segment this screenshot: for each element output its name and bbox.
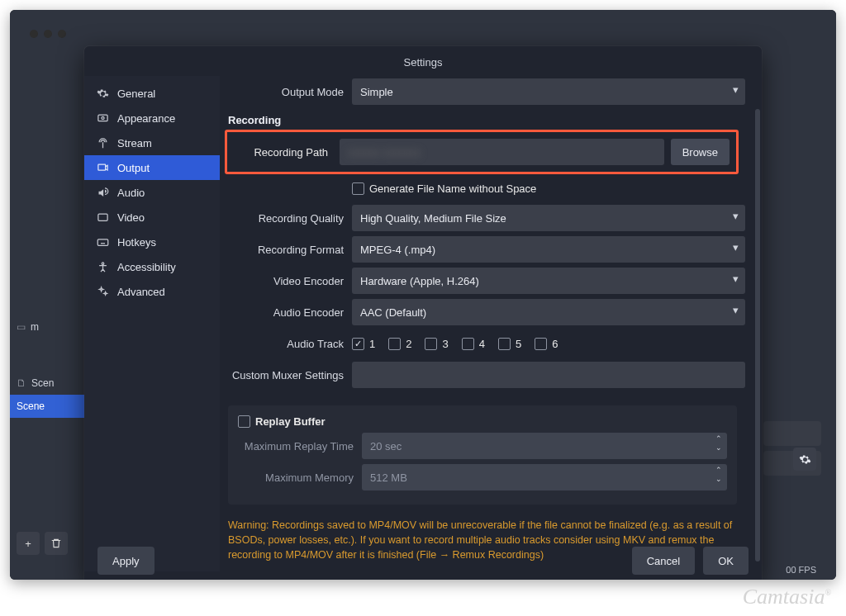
sidebar-item-label: Output — [117, 162, 150, 174]
recording-path-label: Recording Path — [234, 146, 333, 159]
gear-icon — [96, 87, 109, 100]
checkbox-icon — [352, 338, 364, 350]
gear-button[interactable] — [793, 448, 816, 471]
settings-modal: Settings General Appearance Stream — [84, 46, 762, 580]
audio-track-4[interactable]: 4 — [462, 338, 485, 350]
audio-track-label: 1 — [369, 338, 375, 350]
sidebar-item-appearance[interactable]: Appearance — [84, 106, 220, 130]
advanced-icon — [96, 285, 109, 298]
cancel-button[interactable]: Cancel — [632, 547, 695, 575]
audio-track-label: 2 — [406, 338, 411, 350]
bg-row-scenes-header: Scen — [10, 372, 93, 395]
apply-button[interactable]: Apply — [97, 547, 154, 575]
checkbox-icon — [462, 338, 474, 350]
sidebar-item-audio[interactable]: Audio — [84, 180, 220, 205]
svg-rect-4 — [97, 239, 108, 245]
svg-rect-3 — [97, 214, 107, 220]
svg-rect-2 — [97, 164, 105, 170]
output-mode-select[interactable]: Simple — [352, 78, 745, 105]
audio-track-label: 6 — [552, 338, 558, 350]
sidebar-item-accessibility[interactable]: Accessibility — [84, 254, 220, 279]
replay-buffer-label: Replay Buffer — [255, 415, 326, 428]
audio-track-label: 3 — [442, 338, 448, 350]
svg-rect-0 — [97, 115, 107, 121]
sidebar-item-general[interactable]: General — [84, 81, 220, 106]
app-frame: m Scen Scene + 00 FPS Settings General — [10, 10, 836, 580]
watermark: Camtasia® — [743, 585, 831, 609]
sidebar-item-stream[interactable]: Stream — [84, 130, 220, 155]
video-icon — [96, 211, 109, 224]
checkbox-icon — [498, 338, 511, 350]
generate-filename-label: Generate File Name without Space — [369, 182, 536, 195]
accessibility-icon — [96, 260, 109, 273]
sidebar-item-label: Audio — [117, 187, 145, 199]
video-encoder-label: Video Encoder — [228, 275, 352, 287]
scrollbar-thumb[interactable] — [755, 109, 760, 562]
output-mode-label: Output Mode — [228, 86, 352, 98]
trash-button[interactable] — [45, 532, 68, 555]
modal-footer: Apply Cancel OK — [84, 538, 762, 580]
audio-track-label: 5 — [516, 338, 521, 350]
max-replay-time-input[interactable]: 20 sec — [362, 433, 727, 459]
custom-muxer-label: Custom Muxer Settings — [228, 369, 352, 381]
audio-track-label: 4 — [479, 338, 485, 350]
recording-path-highlight: Recording Path xxxxxx xxxxxxx Browse — [225, 130, 739, 174]
checkbox-icon — [388, 338, 401, 350]
bg-row-scene-active[interactable]: Scene — [10, 395, 93, 418]
traffic-lights[interactable] — [30, 30, 66, 38]
video-encoder-select[interactable]: Hardware (Apple, H.264) — [352, 268, 745, 294]
settings-sidebar: General Appearance Stream Output Audio — [84, 76, 220, 571]
recording-format-select[interactable]: MPEG-4 (.mp4) — [352, 236, 745, 263]
sidebar-item-advanced[interactable]: Advanced — [84, 279, 220, 304]
max-memory-label: Maximum Memory — [238, 471, 362, 484]
sidebar-item-label: Video — [117, 211, 145, 224]
audio-track-label: Audio Track — [228, 338, 352, 350]
recording-quality-select[interactable]: High Quality, Medium File Size — [352, 205, 745, 231]
add-button[interactable]: + — [17, 532, 40, 555]
section-recording: Recording — [228, 114, 745, 126]
keyboard-icon — [96, 235, 109, 249]
sidebar-item-label: Advanced — [117, 286, 165, 298]
fps-indicator: 00 FPS — [786, 565, 816, 575]
max-replay-time-label: Maximum Replay Time — [238, 440, 362, 453]
svg-point-5 — [102, 262, 104, 264]
audio-encoder-label: Audio Encoder — [228, 306, 352, 319]
generate-filename-checkbox[interactable]: Generate File Name without Space — [352, 182, 536, 195]
appearance-icon — [96, 111, 109, 125]
antenna-icon — [96, 136, 109, 149]
recording-format-label: Recording Format — [228, 244, 352, 256]
audio-track-group: 123456 — [352, 338, 745, 350]
output-icon — [96, 161, 109, 174]
checkbox-icon — [425, 338, 437, 350]
svg-point-1 — [101, 116, 103, 119]
recording-path-value: xxxxxx xxxxxxx — [348, 146, 421, 159]
replay-buffer-box: Replay Buffer Maximum Replay Time 20 sec… — [228, 405, 737, 505]
audio-track-3[interactable]: 3 — [425, 338, 448, 350]
audio-track-2[interactable]: 2 — [388, 338, 411, 350]
recording-quality-label: Recording Quality — [228, 212, 352, 225]
sidebar-item-video[interactable]: Video — [84, 205, 220, 230]
audio-track-5[interactable]: 5 — [498, 338, 521, 350]
bg-row: m — [10, 315, 93, 339]
checkbox-icon — [535, 338, 547, 350]
ok-button[interactable]: OK — [703, 547, 749, 575]
sidebar-item-label: Appearance — [117, 112, 175, 125]
sidebar-item-hotkeys[interactable]: Hotkeys — [84, 230, 220, 254]
custom-muxer-input[interactable] — [352, 362, 745, 388]
sidebar-item-output[interactable]: Output — [84, 155, 220, 180]
max-memory-input[interactable]: 512 MB — [362, 464, 727, 490]
sidebar-item-label: Stream — [117, 137, 152, 149]
sidebar-item-label: Accessibility — [117, 261, 176, 273]
audio-track-6[interactable]: 6 — [535, 338, 558, 350]
sidebar-item-label: Hotkeys — [117, 236, 156, 249]
settings-content: Output Mode Simple Recording Recording P… — [220, 76, 762, 571]
replay-buffer-checkbox[interactable]: Replay Buffer — [238, 415, 326, 428]
audio-encoder-select[interactable]: AAC (Default) — [352, 299, 745, 325]
recording-path-input[interactable]: xxxxxx xxxxxxx — [340, 139, 664, 165]
checkbox-icon — [238, 415, 250, 428]
sidebar-item-label: General — [117, 88, 155, 100]
audio-track-1[interactable]: 1 — [352, 338, 375, 350]
browse-button[interactable]: Browse — [671, 139, 730, 165]
modal-title: Settings — [84, 56, 762, 69]
checkbox-icon — [352, 182, 364, 195]
